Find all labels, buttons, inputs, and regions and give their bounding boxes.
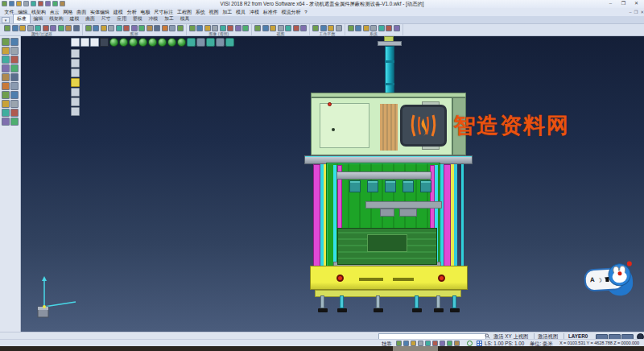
menu-item-13[interactable]: 系统 [193, 9, 207, 16]
toolbar-icon[interactable] [242, 25, 249, 31]
tool-icon[interactable] [2, 82, 10, 90]
toolbar-icon[interactable] [270, 25, 276, 31]
slide-block[interactable] [380, 209, 394, 217]
tool-icon[interactable] [10, 47, 19, 55]
leveling-foot[interactable] [376, 295, 380, 308]
toolbar-icon[interactable] [162, 25, 168, 31]
tool-icon[interactable] [10, 38, 19, 46]
toolbar-icon[interactable] [27, 25, 34, 31]
toolbar-tab-6[interactable]: 尺寸 [98, 14, 114, 23]
tool-icon[interactable] [2, 38, 10, 46]
toolbar-icon[interactable] [196, 25, 203, 31]
quick-access-icon[interactable] [60, 1, 65, 6]
toolbar-icon[interactable] [386, 25, 392, 31]
toolbar-icon[interactable] [4, 25, 10, 31]
toolbar-tab-10[interactable]: 加工 [161, 14, 177, 23]
toolbar-icon[interactable] [204, 25, 211, 31]
search-icon[interactable] [485, 333, 490, 339]
tool-icon[interactable] [2, 118, 10, 126]
toolbar-icon[interactable] [227, 25, 233, 31]
tool-icon[interactable] [10, 56, 19, 64]
clamp-block[interactable] [420, 180, 431, 192]
toolbar-icon[interactable] [278, 25, 284, 31]
leveling-foot[interactable] [320, 295, 324, 308]
start-button-left[interactable] [336, 275, 344, 282]
panel-knob[interactable] [332, 128, 335, 131]
air-cylinder[interactable] [385, 46, 394, 99]
menu-item-18[interactable]: 标准件 [261, 9, 279, 16]
toolbar-tab-4[interactable]: 建模 [67, 14, 83, 23]
maximize-button[interactable]: ❐ [617, 0, 630, 7]
snap-tool-icon[interactable] [440, 341, 445, 346]
toolbar-icon[interactable] [131, 25, 138, 31]
toolbar-icon[interactable] [35, 25, 41, 31]
menu-item-15[interactable]: 加工 [221, 9, 234, 16]
taskbar-peek-block[interactable] [393, 346, 438, 351]
quick-access-icon[interactable] [9, 1, 14, 6]
tool-icon[interactable] [2, 47, 10, 55]
clamp-block[interactable] [349, 180, 361, 192]
3d-viewport[interactable]: 智造资料网 A ☽ [21, 36, 644, 332]
toolbar-tab-2[interactable]: 编辑 [31, 14, 47, 23]
toolbar-icon[interactable] [363, 25, 369, 31]
quick-access-icon[interactable] [52, 1, 58, 6]
toolbar-icon[interactable] [154, 25, 160, 31]
head-box-window[interactable] [320, 103, 369, 148]
menu-item-16[interactable]: 模具 [234, 9, 248, 16]
quick-access-icon[interactable] [2, 1, 7, 6]
minimize-button[interactable]: – [605, 0, 617, 7]
toolbar-icon[interactable] [169, 25, 175, 31]
snap-tool-icon[interactable] [447, 341, 452, 346]
leveling-foot[interactable] [415, 295, 419, 308]
toolbar-icon[interactable] [65, 25, 72, 31]
slide-block[interactable] [399, 209, 417, 217]
toolbar-icon[interactable] [73, 25, 80, 31]
toolbar-icon[interactable] [101, 25, 107, 31]
menu-item-20[interactable]: ? [303, 10, 309, 14]
tool-icon[interactable] [2, 91, 10, 99]
toolbar-icon[interactable] [138, 25, 145, 31]
quick-access-icon[interactable] [31, 1, 36, 6]
windows-taskbar-strip[interactable] [0, 346, 644, 351]
toolbar-icon[interactable] [328, 25, 334, 31]
close-button[interactable]: ✕ [630, 0, 642, 7]
leveling-foot[interactable] [436, 295, 440, 308]
toolbar-icon[interactable] [254, 25, 261, 31]
toolbar-tab-8[interactable]: 塑模 [130, 14, 146, 23]
leveling-foot[interactable] [340, 295, 344, 308]
tool-icon[interactable] [10, 109, 19, 117]
quick-access-icon[interactable] [45, 1, 51, 6]
right-column-cyan-3[interactable] [461, 164, 464, 270]
left-column-magenta[interactable] [313, 164, 320, 270]
tool-icon[interactable] [10, 82, 19, 90]
toolbar-icon[interactable] [370, 25, 377, 31]
history-clock-icon[interactable] [467, 341, 473, 346]
cad-model[interactable] [21, 36, 644, 332]
tool-icon[interactable] [10, 73, 19, 81]
mdi-close-button[interactable]: ✕ [640, 8, 644, 16]
toolbar-icon[interactable] [212, 25, 218, 31]
slide-rail[interactable] [365, 201, 442, 209]
toolbar-tab-5[interactable]: 曲面 [82, 14, 98, 23]
snap-tool-icon[interactable] [454, 341, 460, 346]
toolbar-icon[interactable] [312, 25, 319, 31]
tool-icon[interactable] [10, 100, 19, 108]
clamp-rail[interactable] [336, 171, 431, 180]
toolbar-icon[interactable] [58, 25, 64, 31]
snap-tool-icon[interactable] [403, 341, 409, 346]
part-nest-cavity[interactable] [367, 234, 407, 252]
toolbar-icon[interactable] [320, 25, 327, 31]
tab-dropdown-button[interactable]: ▾ [2, 17, 10, 23]
tool-icon[interactable] [2, 73, 10, 81]
tool-icon[interactable] [10, 118, 19, 126]
right-column-magenta[interactable] [444, 164, 451, 270]
menu-item-17[interactable]: 冲模 [248, 9, 262, 16]
grid-toggle-icon[interactable] [477, 341, 482, 346]
layer-indicator[interactable]: LAYER0 [568, 333, 588, 339]
snap-tool-icon[interactable] [425, 341, 431, 346]
toolbar-icon[interactable] [189, 25, 196, 31]
toolbar-tab-11[interactable]: 模具 [177, 14, 193, 23]
toolbar-icon[interactable] [300, 25, 307, 31]
toolbar-icon[interactable] [220, 25, 226, 31]
menu-item-19[interactable]: 模流分析 [279, 9, 303, 16]
